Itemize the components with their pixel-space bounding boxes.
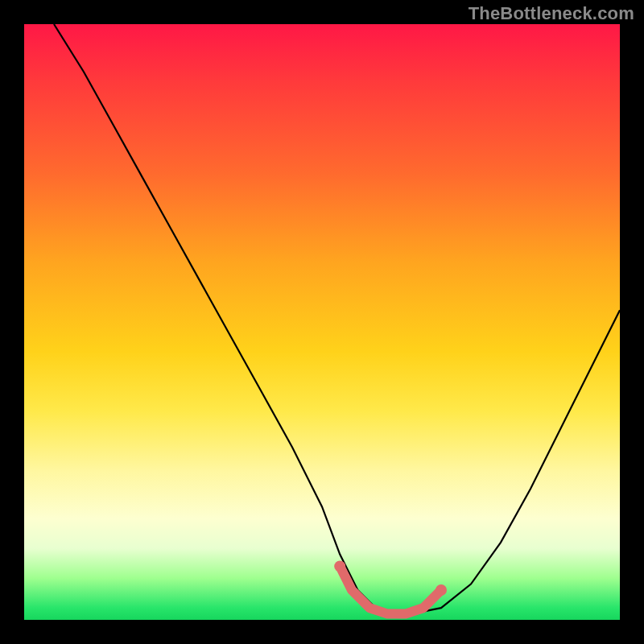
optimal-zone-start-dot	[334, 560, 345, 572]
chart-svg	[24, 24, 620, 620]
bottleneck-curve	[54, 24, 620, 614]
chart-frame: TheBottleneck.com	[0, 0, 644, 644]
chart-plot-area	[24, 24, 620, 620]
watermark-text: TheBottleneck.com	[469, 3, 634, 24]
optimal-zone-end-dot	[436, 584, 447, 596]
optimal-zone-highlight	[340, 566, 441, 613]
